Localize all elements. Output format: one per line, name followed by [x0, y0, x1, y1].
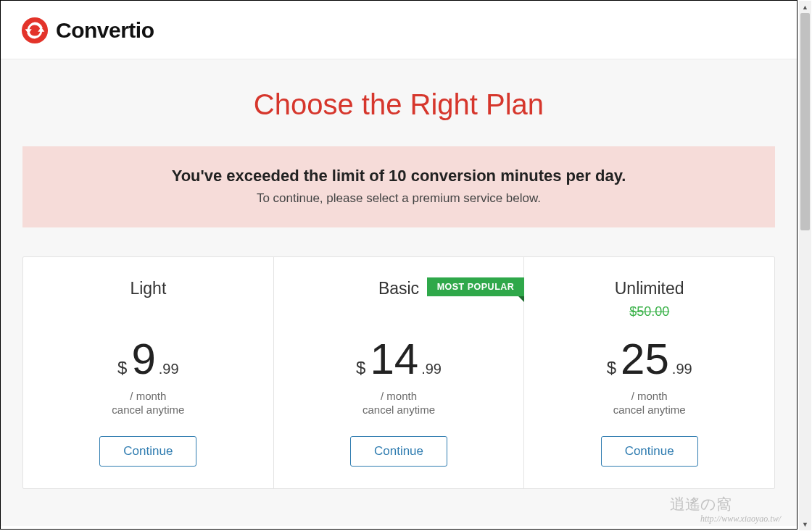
pricing-plans: Light $ 9 .99 / month cancel anytime Con… — [22, 256, 775, 489]
cancel-note: cancel anytime — [289, 404, 510, 416]
limit-exceeded-alert: You've exceeded the limit of 10 conversi… — [22, 146, 775, 227]
billing-period: / month — [539, 390, 760, 402]
scroll-up-icon[interactable]: ▲ — [799, 1, 811, 13]
svg-point-0 — [22, 17, 48, 43]
price: $ 25 .99 — [539, 338, 760, 381]
convertio-icon — [21, 17, 49, 44]
currency-symbol: $ — [607, 358, 616, 378]
price: $ 14 .99 — [289, 338, 510, 381]
old-price — [289, 304, 510, 320]
currency-symbol: $ — [356, 358, 365, 378]
price-main: 25 — [621, 338, 669, 381]
continue-button[interactable]: Continue — [350, 436, 447, 467]
price-cents: .99 — [159, 361, 179, 377]
old-price: $50.00 — [539, 304, 760, 320]
cancel-note: cancel anytime — [38, 404, 259, 416]
brand-name: Convertio — [56, 18, 154, 43]
plan-light: Light $ 9 .99 / month cancel anytime Con… — [23, 257, 274, 488]
page-title: Choose the Right Plan — [22, 88, 775, 121]
alert-headline: You've exceeded the limit of 10 conversi… — [37, 167, 761, 185]
cancel-note: cancel anytime — [539, 404, 760, 416]
price-cents: .99 — [672, 361, 692, 377]
price-cents: .99 — [421, 361, 442, 377]
price: $ 9 .99 — [38, 338, 259, 381]
price-main: 14 — [370, 338, 418, 381]
scroll-down-icon[interactable]: ▼ — [799, 518, 811, 530]
price-main: 9 — [131, 338, 155, 381]
plan-basic: MOST POPULAR Basic $ 14 .99 / month canc… — [274, 257, 525, 488]
logo[interactable]: Convertio — [21, 17, 154, 44]
site-header: Convertio — [1, 1, 797, 59]
continue-button[interactable]: Continue — [99, 436, 196, 467]
continue-button[interactable]: Continue — [601, 436, 698, 467]
billing-period: / month — [289, 390, 510, 402]
plan-name: Light — [38, 279, 259, 298]
vertical-scrollbar[interactable]: ▲ ▼ — [799, 1, 811, 530]
main-content: Choose the Right Plan You've exceeded th… — [1, 59, 797, 526]
currency-symbol: $ — [117, 358, 127, 378]
most-popular-badge: MOST POPULAR — [427, 277, 525, 296]
scroll-track[interactable] — [799, 13, 811, 518]
plan-name: Unlimited — [539, 279, 760, 298]
scroll-thumb[interactable] — [800, 13, 810, 230]
old-price — [38, 304, 259, 320]
billing-period: / month — [38, 390, 259, 402]
plan-unlimited: Unlimited $50.00 $ 25 .99 / month cancel… — [524, 257, 774, 488]
alert-subtext: To continue, please select a premium ser… — [37, 191, 761, 206]
